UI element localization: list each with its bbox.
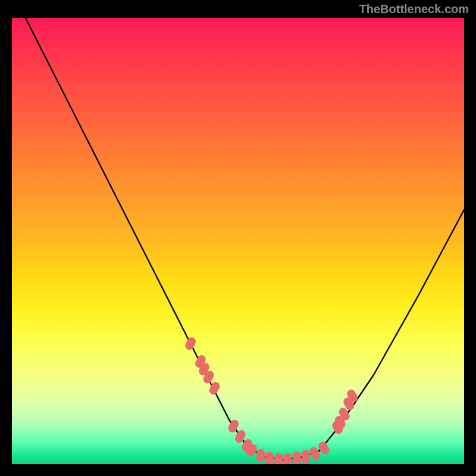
plot-area (12, 18, 464, 464)
svg-rect-9 (256, 449, 265, 462)
highlight-dots (184, 336, 359, 464)
curve-line (26, 18, 464, 460)
chart-container: TheBottleneck.com (0, 0, 476, 476)
chart-svg (12, 18, 464, 464)
svg-rect-13 (293, 452, 301, 464)
svg-rect-14 (302, 450, 310, 463)
svg-rect-5 (227, 418, 240, 434)
svg-rect-10 (265, 452, 274, 464)
watermark-text: TheBottleneck.com (359, 2, 469, 16)
svg-rect-0 (184, 336, 198, 352)
svg-rect-11 (274, 453, 283, 465)
svg-rect-12 (284, 453, 292, 465)
